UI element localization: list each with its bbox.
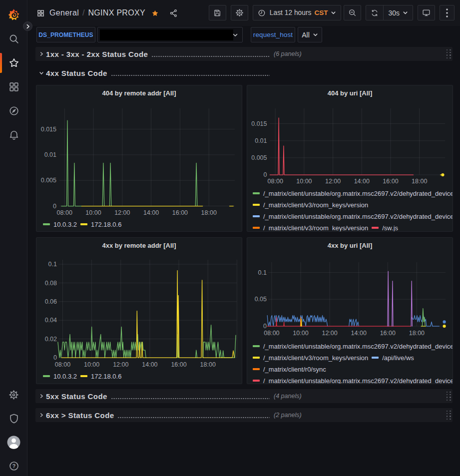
sidebar-item-profile[interactable] <box>0 432 27 452</box>
svg-text:0: 0 <box>53 203 56 210</box>
legend-item[interactable]: /_matrix/client/unstable/org.matrix.msc2… <box>253 377 453 385</box>
sidebar-item-configuration[interactable] <box>0 385 27 405</box>
chevron-down-icon <box>403 10 408 15</box>
svg-text:16:00: 16:00 <box>171 361 186 368</box>
row-drag-handle[interactable] <box>447 49 451 58</box>
svg-text:18:00: 18:00 <box>409 330 425 337</box>
svg-text:14:00: 14:00 <box>351 330 367 337</box>
legend-item[interactable]: /_matrix/client/v3/room_keys/version <box>253 224 368 232</box>
legend-series-label: /_matrix/client/r0/sync <box>263 366 326 373</box>
sidebar-expand-button[interactable] <box>23 21 32 31</box>
legend-item[interactable]: 10.0.3.2 <box>43 373 77 380</box>
svg-text:0.02: 0.02 <box>45 336 57 343</box>
more-options-button[interactable] <box>440 5 455 20</box>
refresh-button[interactable] <box>366 5 383 20</box>
star-icon <box>8 57 19 68</box>
legend-series-label: /_matrix/client/v3/room_keys/version <box>263 224 368 232</box>
breadcrumb-folder[interactable]: General <box>49 8 79 17</box>
legend-item[interactable]: 10.0.3.2 <box>43 221 77 228</box>
dashboard-settings-button[interactable] <box>231 5 248 20</box>
legend-item[interactable]: /_matrix/client/unstable/org.matrix.msc2… <box>253 213 453 220</box>
legend-item[interactable]: /_matrix/client/r0/sync <box>253 366 326 373</box>
variable-label-request-host[interactable]: request_host <box>251 27 295 42</box>
sidebar-item-starred[interactable] <box>0 53 27 73</box>
save-dashboard-button[interactable] <box>209 5 226 20</box>
row-title[interactable]: 4xx Status Code <box>46 69 107 77</box>
chevron-down-icon <box>39 70 44 75</box>
avatar <box>7 436 20 449</box>
chevron-right-icon <box>39 413 44 418</box>
legend-item[interactable]: 172.18.0.6 <box>80 221 121 228</box>
row-drag-handle[interactable] <box>447 411 451 420</box>
variable-label-ds-prometheus[interactable]: DS_PROMETHEUS <box>36 27 95 42</box>
svg-text:12:00: 12:00 <box>113 361 128 368</box>
svg-text:14:00: 14:00 <box>143 209 159 216</box>
chevron-down-icon <box>313 32 318 37</box>
save-icon <box>213 9 221 17</box>
datasource-select-value-redacted <box>100 29 233 40</box>
legend-item[interactable]: /_matrix/client/unstable/org.matrix.msc2… <box>253 343 453 350</box>
row-panel-count: (6 panels) <box>274 50 302 57</box>
grafana-logo[interactable] <box>0 5 27 24</box>
panel-4xx-by-remote-addr: 4xx by remote addr [All] 00.020.040.060.… <box>36 237 242 384</box>
svg-text:18:00: 18:00 <box>201 209 217 216</box>
zoom-out-button[interactable] <box>344 5 361 20</box>
row-5xx[interactable]: 5xx Status Code (4 panels) <box>35 389 453 403</box>
chevron-right-icon <box>39 51 44 56</box>
legend-series-label: /_matrix/client/unstable/org.matrix.msc2… <box>263 190 453 197</box>
legend-item[interactable]: /api/live/ws <box>372 354 414 362</box>
row-title[interactable]: 6xx > Status Code <box>46 411 114 420</box>
legend-series-color <box>372 227 379 229</box>
svg-text:0.04: 0.04 <box>45 317 57 324</box>
row-1xx-3xx-2xx[interactable]: 1xx - 3xx - 2xx Status Code (6 panels) <box>35 47 453 61</box>
search-icon <box>8 33 19 44</box>
svg-text:18:00: 18:00 <box>200 361 216 368</box>
sidebar-item-dashboards[interactable] <box>0 77 27 97</box>
variable-value-dropdown[interactable]: All <box>298 27 322 42</box>
sidebar-item-server-admin[interactable] <box>0 409 27 429</box>
datasource-select[interactable] <box>97 27 243 42</box>
share-icon[interactable] <box>169 9 178 17</box>
svg-text:10:00: 10:00 <box>296 178 312 185</box>
shield-icon <box>8 413 19 424</box>
refresh-interval-dropdown[interactable]: 30s <box>383 5 413 20</box>
sidebar-item-help[interactable]: ? <box>0 456 27 476</box>
refresh-group: 30s <box>366 5 413 20</box>
chart-legend: /_matrix/client/unstable/org.matrix.msc2… <box>253 189 453 232</box>
legend-item[interactable]: /_matrix/client/unstable/org.matrix.msc2… <box>253 190 453 197</box>
row-dotted-leader <box>111 398 270 400</box>
apps-icon <box>37 9 44 17</box>
clock-icon <box>258 9 266 17</box>
timeseries-chart[interactable]: 00.020.040.060.080.108:0010:0012:0014:00… <box>36 238 242 384</box>
svg-text:0.06: 0.06 <box>45 298 57 305</box>
svg-text:10:00: 10:00 <box>85 209 101 216</box>
time-picker-button[interactable]: Last 12 hours CST <box>253 5 342 20</box>
legend-series-label: /_matrix/client/unstable/org.matrix.msc2… <box>263 213 453 220</box>
row-4xx[interactable]: 4xx Status Code <box>35 66 453 80</box>
timeseries-chart[interactable]: 00.0050.010.01508:0010:0012:0014:0016:00… <box>36 85 242 232</box>
navbar-actions: Last 12 hours CST <box>209 5 455 20</box>
zoom-out-icon <box>348 8 357 17</box>
row-panel-count: (2 panels) <box>274 412 302 419</box>
cycle-view-button[interactable] <box>418 5 435 20</box>
favorite-star-icon[interactable] <box>151 9 159 17</box>
legend-series-label: /sw.js <box>382 224 398 232</box>
legend-item[interactable]: 172.18.0.6 <box>80 373 121 380</box>
row-title[interactable]: 5xx Status Code <box>46 392 107 401</box>
svg-text:10:00: 10:00 <box>84 361 99 368</box>
breadcrumb: General / NGINX PROXY <box>37 8 178 17</box>
legend-item[interactable]: /sw.js <box>372 224 398 232</box>
row-6xx[interactable]: 6xx > Status Code (2 panels) <box>35 408 453 422</box>
sidebar-item-alerting[interactable] <box>0 125 27 145</box>
row-drag-handle[interactable] <box>447 392 451 401</box>
legend-item[interactable]: /_matrix/client/v3/room_keys/version <box>253 354 368 362</box>
svg-text:0.005: 0.005 <box>251 154 267 161</box>
svg-text:0.05: 0.05 <box>255 296 267 303</box>
row-title[interactable]: 1xx - 3xx - 2xx Status Code <box>46 50 148 58</box>
legend-item[interactable]: /_matrix/client/v3/room_keys/version <box>253 201 368 209</box>
sidebar-item-explore[interactable] <box>0 101 27 121</box>
gear-icon <box>8 390 19 400</box>
sidebar-item-search[interactable] <box>0 29 27 49</box>
svg-text:0.1: 0.1 <box>258 269 267 276</box>
chart-legend: /_matrix/client/unstable/org.matrix.msc2… <box>253 342 453 384</box>
